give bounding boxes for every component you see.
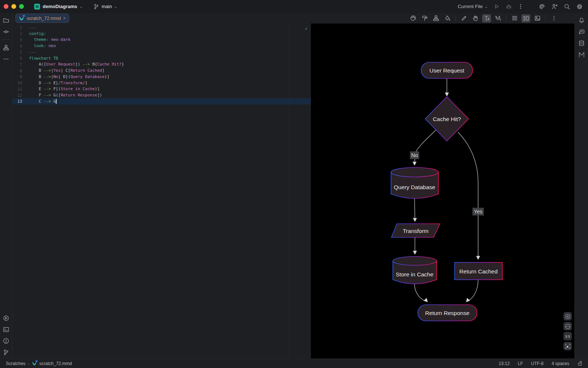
folder-icon xyxy=(3,17,9,24)
tab-scratch-72-mmd[interactable]: scratch_72.mmd × xyxy=(15,14,69,23)
color-theme-button[interactable] xyxy=(409,14,417,22)
run-config-selector[interactable]: Current File ⌄ xyxy=(458,4,488,9)
edge-C-G xyxy=(468,280,478,301)
code-line-8[interactable]: 8 B -->|Yes| C[Return Cached] xyxy=(12,67,311,74)
toolbar-divider xyxy=(506,15,506,21)
window-minimize-button[interactable] xyxy=(11,4,16,9)
file-encoding[interactable]: UTF-8 xyxy=(531,361,544,366)
code-line-10[interactable]: 10 D --> E[/Transform/] xyxy=(12,80,311,86)
code-editor[interactable]: 1---2config:3 theme: neo-dark4 look: neo… xyxy=(12,24,311,358)
zoom-out-button[interactable] xyxy=(563,322,572,330)
tab-close-icon[interactable]: × xyxy=(63,16,66,21)
notifications-button[interactable] xyxy=(576,15,587,25)
line-number: 4 xyxy=(12,44,22,48)
diagram-node-D[interactable] xyxy=(391,167,438,177)
zoom-in-button[interactable] xyxy=(563,312,572,321)
vcs-widget[interactable]: main ⌄ xyxy=(93,4,117,10)
indent-setting[interactable]: 4 spaces xyxy=(552,361,569,366)
kebab-icon xyxy=(551,15,557,21)
source-only-view-button[interactable] xyxy=(510,14,519,22)
gear-icon[interactable] xyxy=(576,3,583,10)
more-tool-windows-button[interactable] xyxy=(1,54,11,64)
right-tool-stripe xyxy=(574,13,588,358)
edge-D-E xyxy=(415,199,415,220)
lines-icon xyxy=(512,15,518,21)
breadcrumb-file[interactable]: scratch_72.mmd xyxy=(39,361,72,366)
code-line-13[interactable]: 13 C --> G xyxy=(12,98,311,105)
code-with-me-icon[interactable] xyxy=(551,3,558,10)
text-pointer-icon xyxy=(484,15,490,21)
project-widget[interactable]: M demoDiagrams ⌄ xyxy=(34,4,82,10)
database-tool-button[interactable] xyxy=(576,38,587,48)
diagram-help-button[interactable] xyxy=(494,14,502,22)
edit-mode-button[interactable] xyxy=(459,14,468,22)
run-config-label: Current File xyxy=(458,4,483,9)
code-line-3[interactable]: 3 theme: neo-dark xyxy=(12,37,311,43)
debug-button[interactable] xyxy=(506,3,512,10)
inspections-ok-icon[interactable]: ✓ xyxy=(305,26,308,31)
chevron-down-icon: ⌄ xyxy=(114,5,118,8)
mermaid-chart-tool-button[interactable] xyxy=(576,49,587,60)
diagram-node-F[interactable] xyxy=(393,256,437,265)
paint-roller-button[interactable] xyxy=(420,14,429,22)
actual-size-button[interactable]: 1:1 xyxy=(563,332,572,340)
project-tool-button[interactable] xyxy=(1,15,11,25)
node-label-B: Cache Hit? xyxy=(433,116,461,122)
code-line-12[interactable]: 12 F --> G([Return Response]) xyxy=(12,92,311,98)
code-text: D --> E[/Transform/] xyxy=(22,81,87,85)
window-close-button[interactable] xyxy=(4,4,8,9)
code-line-5[interactable]: 5--- xyxy=(12,49,311,55)
line-number: 6 xyxy=(12,56,22,60)
search-icon[interactable] xyxy=(564,3,570,10)
structure-tool-button[interactable] xyxy=(1,42,11,53)
ai-assistant-tool-button[interactable] xyxy=(576,26,587,37)
code-text: flowchart TD xyxy=(22,56,58,61)
layout-button[interactable] xyxy=(431,14,440,22)
code-line-6[interactable]: 6flowchart TD xyxy=(12,55,311,61)
split-view-button[interactable] xyxy=(521,14,530,22)
commit-tool-button[interactable] xyxy=(1,26,11,37)
window-zoom-button[interactable] xyxy=(19,4,24,9)
right-margin-guide xyxy=(289,24,290,358)
problems-tool-button[interactable] xyxy=(1,336,11,346)
more-icon xyxy=(3,56,9,62)
mermaid-help-icon xyxy=(495,15,501,21)
pan-mode-button[interactable] xyxy=(471,14,480,22)
edge-label-no: No xyxy=(411,152,418,158)
services-tool-button[interactable] xyxy=(1,313,11,323)
code-line-11[interactable]: 11 E --> F[(Store in Cache)] xyxy=(12,86,311,92)
line-number: 11 xyxy=(12,87,22,91)
ai-assistant-icon[interactable] xyxy=(539,3,545,10)
code-line-1[interactable]: 1--- xyxy=(12,24,311,31)
fit-content-button[interactable] xyxy=(563,342,572,350)
code-text: C --> G xyxy=(22,99,57,104)
mermaid-m-icon xyxy=(578,52,585,58)
text-caret xyxy=(56,99,57,104)
run-button[interactable] xyxy=(494,3,500,10)
code-line-9[interactable]: 9 B -->|No| D[(Query Database)] xyxy=(12,74,311,80)
paint-roller-icon xyxy=(422,15,428,21)
line-number: 5 xyxy=(12,50,22,54)
code-text: E --> F[(Store in Cache)] xyxy=(22,86,100,91)
breadcrumb-root[interactable]: Scratches xyxy=(6,361,25,366)
diagram-preview[interactable]: User RequestCache Hit?Query DatabaseTran… xyxy=(311,24,574,358)
database-icon xyxy=(578,40,585,46)
line-number: 10 xyxy=(12,81,22,85)
caret-position[interactable]: 13:12 xyxy=(499,361,510,366)
node-label-G: Return Response xyxy=(425,310,470,316)
scroll-to-source-button[interactable] xyxy=(482,14,491,22)
line-separator[interactable]: LF xyxy=(518,361,523,366)
more-actions-button[interactable] xyxy=(518,4,523,9)
code-line-7[interactable]: 7 A([User Request]) --> B{Cache Hit?} xyxy=(12,61,311,68)
fill-color-button[interactable] xyxy=(443,14,452,22)
code-line-4[interactable]: 4 look: neo xyxy=(12,43,311,49)
line-number: 13 xyxy=(12,99,22,103)
paint-bucket-icon xyxy=(444,15,451,21)
preview-only-view-button[interactable] xyxy=(533,14,542,22)
version-control-tool-button[interactable] xyxy=(1,347,11,357)
terminal-tool-button[interactable] xyxy=(1,324,11,335)
ai-chat-icon xyxy=(578,29,585,35)
unlock-icon[interactable] xyxy=(577,361,583,366)
toolbar-more-button[interactable] xyxy=(549,14,558,22)
code-line-2[interactable]: 2config: xyxy=(12,31,311,37)
